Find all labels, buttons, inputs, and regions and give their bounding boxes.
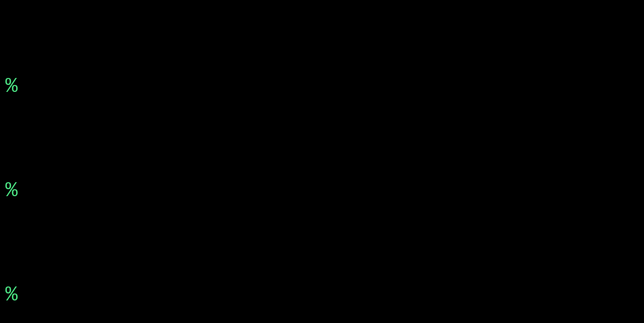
terminal-line: % [5, 174, 639, 209]
terminal-line: % [5, 69, 639, 104]
prompt-symbol: % [5, 174, 18, 209]
prompt-symbol: % [5, 278, 18, 313]
terminal-window[interactable]: % % % % git -a cloudformation.yaml [5, 0, 639, 323]
terminal-line: % [5, 278, 639, 313]
prompt-symbol: % [5, 69, 18, 104]
